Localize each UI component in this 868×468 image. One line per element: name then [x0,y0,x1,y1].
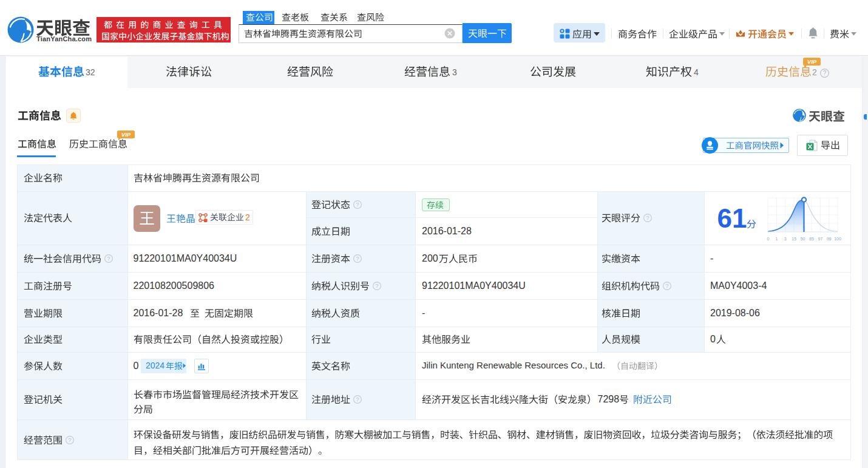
svg-text:?: ? [68,436,71,443]
svg-text:100: 100 [834,237,841,241]
svg-text:?: ? [356,396,359,402]
svg-text:?: ? [823,70,827,76]
svg-text:?: ? [646,214,649,221]
svg-text:?: ? [107,255,110,262]
svg-text:?: ? [375,282,378,289]
svg-text:85: 85 [809,237,814,241]
svg-text:3: 3 [784,237,787,241]
svg-text:1: 1 [775,237,778,241]
svg-text:50: 50 [801,237,805,241]
svg-text:97: 97 [818,237,823,241]
svg-text:?: ? [356,201,359,208]
svg-text:VIP: VIP [121,131,131,138]
svg-text:VIP: VIP [807,58,817,65]
svg-text:?: ? [665,282,668,289]
svg-text:0: 0 [767,237,770,241]
svg-text:?: ? [356,255,359,262]
svg-text:15: 15 [792,237,796,241]
svg-text:99: 99 [827,237,832,241]
